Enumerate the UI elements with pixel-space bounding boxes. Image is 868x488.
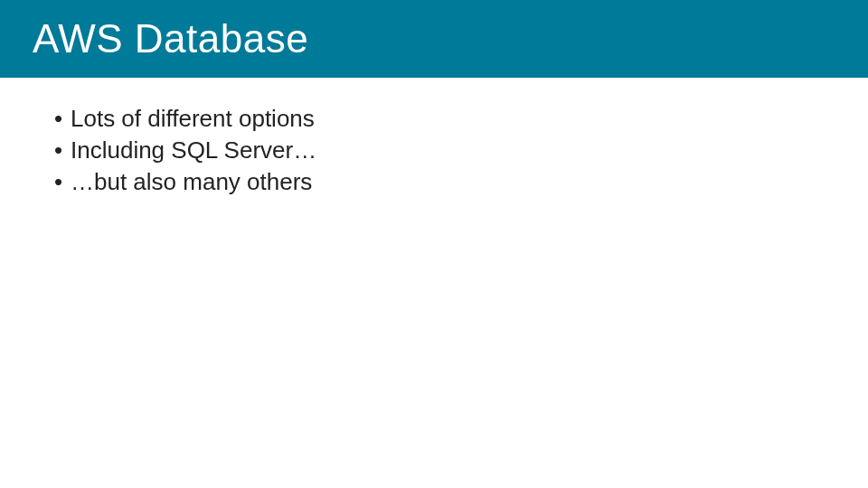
bullet-text: …but also many others [71, 166, 312, 198]
bullet-icon: • [54, 166, 67, 198]
bullet-icon: • [54, 135, 67, 166]
slide-body: • Lots of different options • Including … [0, 78, 868, 198]
bullet-icon: • [54, 103, 67, 135]
bullet-item: • Lots of different options [54, 103, 832, 135]
slide-title: AWS Database [33, 16, 308, 61]
bullet-text: Lots of different options [71, 103, 315, 135]
bullet-item: • …but also many others [54, 166, 832, 198]
title-bar: AWS Database [0, 0, 868, 78]
bullet-item: • Including SQL Server… [54, 135, 832, 166]
slide: AWS Database • Lots of different options… [0, 0, 868, 488]
bullet-text: Including SQL Server… [71, 135, 316, 166]
